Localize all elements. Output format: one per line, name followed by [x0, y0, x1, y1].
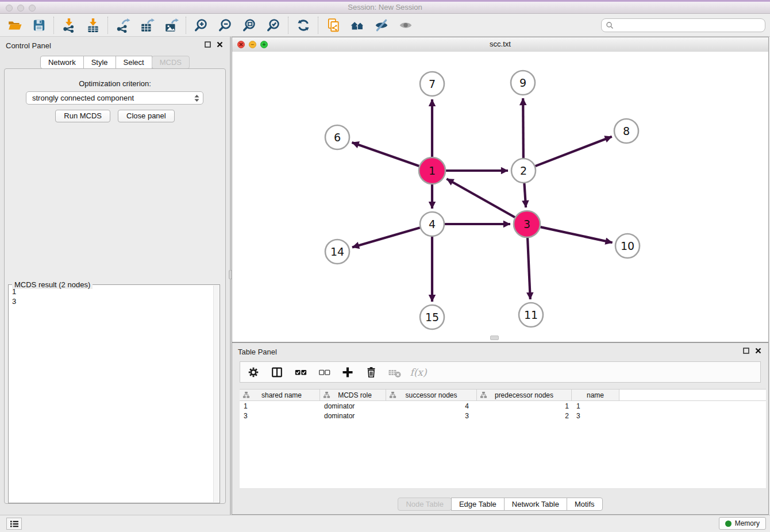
eye-slash-icon	[374, 18, 389, 33]
graph-edge-3-11[interactable]	[528, 238, 530, 299]
run-mcds-button[interactable]: Run MCDS	[55, 110, 110, 122]
open-session-button[interactable]	[5, 16, 25, 34]
graph-node-label: 11	[524, 309, 538, 321]
task-history-button[interactable]	[6, 518, 22, 530]
graph-node-10[interactable]: 10	[615, 234, 640, 258]
table-row[interactable]: 3 dominator 3 2 3	[240, 411, 766, 421]
add-column-button[interactable]	[340, 365, 355, 380]
cell-name: 3	[572, 412, 619, 420]
show-graphics-button[interactable]	[395, 16, 416, 34]
select-all-button[interactable]	[293, 365, 308, 380]
hide-graphics-button[interactable]	[371, 16, 392, 34]
deselect-all-button[interactable]	[317, 365, 332, 380]
toggle-panes-button[interactable]	[270, 365, 284, 380]
graph-edge-2-8[interactable]	[536, 137, 612, 166]
memory-button[interactable]: Memory	[719, 517, 766, 530]
graph-node-label: 9	[519, 76, 526, 89]
network-window-titlebar[interactable]: ✕ − + scc.txt	[232, 37, 768, 52]
mcds-result-text[interactable]: 1 3	[12, 287, 16, 306]
zoom-fit-icon	[242, 18, 257, 33]
column-type-icon	[323, 391, 330, 399]
cell-predecessor-nodes: 1	[477, 402, 572, 410]
zoom-selected-button[interactable]	[263, 16, 284, 34]
homes-button[interactable]	[347, 16, 368, 34]
graph-node-15[interactable]: 15	[420, 305, 444, 329]
column-type-icon	[389, 391, 396, 399]
graph-edge-3-1[interactable]	[446, 179, 515, 217]
zoom-fit-button[interactable]	[239, 16, 260, 34]
column-type-icon	[242, 391, 250, 399]
float-panel-icon[interactable]	[205, 41, 211, 48]
tab-node-table[interactable]: Node Table	[398, 498, 452, 511]
graph-node-3[interactable]: 3	[514, 211, 540, 237]
result-scrollbar[interactable]	[213, 286, 219, 502]
zoom-in-button[interactable]	[191, 16, 211, 34]
tab-network[interactable]: Network	[40, 56, 84, 69]
tab-motifs[interactable]: Motifs	[567, 498, 603, 511]
graph-edge-4-14[interactable]	[352, 228, 420, 247]
cell-successor-nodes: 4	[386, 402, 477, 410]
toolbar-separator	[53, 17, 55, 34]
cell-shared-name: 1	[240, 402, 320, 410]
save-session-button[interactable]	[29, 16, 49, 34]
column-header-mcds-role[interactable]: MCDS role	[320, 390, 386, 400]
graph-edge-1-6[interactable]	[352, 142, 419, 166]
header-filler	[619, 390, 766, 400]
cell-mcds-role: dominator	[320, 412, 386, 420]
graph-edge-3-10[interactable]	[540, 227, 612, 242]
graph-node-1[interactable]: 1	[419, 157, 445, 184]
cell-successor-nodes: 3	[386, 412, 477, 420]
main-toolbar	[0, 14, 770, 37]
graph-node-9[interactable]: 9	[511, 71, 535, 95]
column-header-shared-name[interactable]: shared name	[240, 390, 320, 400]
column-header-predecessor-nodes[interactable]: predecessor nodes	[477, 390, 572, 400]
import-table-icon	[86, 18, 101, 33]
graph-edge-2-9[interactable]	[523, 98, 523, 158]
table-panel-title: Table Panel	[238, 348, 277, 356]
graph-node-7[interactable]: 7	[420, 72, 444, 96]
close-panel-icon[interactable]	[217, 41, 223, 48]
network-graph[interactable]: 7968124314101511	[232, 52, 768, 342]
graph-node-label: 15	[425, 311, 439, 323]
tab-style[interactable]: Style	[83, 56, 116, 69]
eye-icon	[398, 18, 413, 33]
zoom-out-button[interactable]	[215, 16, 236, 34]
export-network-button[interactable]	[113, 16, 133, 34]
graph-node-label: 2	[520, 164, 527, 177]
apply-layout-button[interactable]	[293, 16, 314, 34]
table-row[interactable]: 1 dominator 4 1 1	[240, 401, 766, 411]
table-settings-button[interactable]	[246, 365, 261, 380]
application-window: Session: New Session	[0, 0, 770, 532]
graph-node-2[interactable]: 2	[511, 159, 536, 183]
graph-node-4[interactable]: 4	[420, 212, 444, 236]
export-image-button[interactable]	[161, 16, 182, 34]
graph-node-6[interactable]: 6	[325, 125, 349, 149]
network-canvas[interactable]: 7968124314101511	[232, 52, 768, 342]
close-panel-icon[interactable]	[755, 348, 761, 354]
column-header-successor-nodes[interactable]: successor nodes	[386, 390, 477, 400]
network-files-button[interactable]	[323, 16, 344, 34]
column-header-name[interactable]: name	[572, 390, 619, 400]
search-input[interactable]	[617, 20, 765, 30]
delete-table-icon	[388, 365, 402, 379]
search-box[interactable]	[601, 18, 765, 32]
delete-column-button[interactable]	[364, 365, 379, 380]
tab-mcds[interactable]: MCDS	[152, 56, 190, 69]
canvas-splitter-grip[interactable]	[490, 336, 499, 340]
import-table-button[interactable]	[83, 16, 103, 34]
float-panel-icon[interactable]	[743, 348, 749, 354]
split-panes-icon	[271, 366, 283, 379]
graph-node-11[interactable]: 11	[519, 303, 543, 327]
import-network-button[interactable]	[59, 16, 79, 34]
criterion-select[interactable]: strongly connected component	[26, 91, 203, 105]
cell-mcds-role: dominator	[320, 402, 386, 410]
export-table-button[interactable]	[137, 16, 157, 34]
graph-node-14[interactable]: 14	[325, 240, 349, 264]
table-panel: Table Panel	[232, 342, 769, 515]
graph-node-8[interactable]: 8	[614, 119, 638, 143]
graph-edge-2-3[interactable]	[524, 183, 526, 207]
tab-select[interactable]: Select	[116, 56, 152, 69]
tab-edge-table[interactable]: Edge Table	[451, 498, 505, 511]
tab-network-table[interactable]: Network Table	[504, 498, 567, 511]
close-panel-button[interactable]: Close panel	[118, 110, 175, 122]
